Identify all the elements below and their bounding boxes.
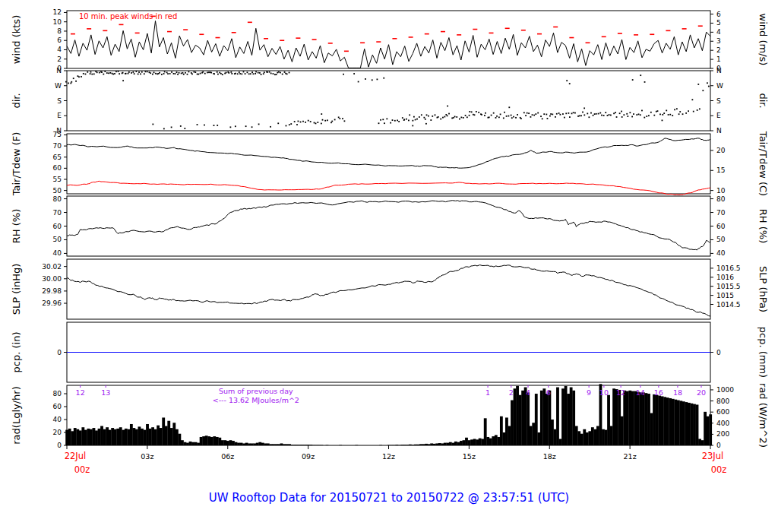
- rad-bar: [277, 444, 280, 445]
- rad-bar: [210, 437, 213, 445]
- ytick-right-wind: 4: [716, 28, 721, 36]
- dir-scatter-point: [253, 73, 255, 74]
- dir-scatter-point: [556, 113, 558, 115]
- ytick-left-dir: W: [55, 82, 62, 90]
- dir-scatter-point: [289, 124, 290, 125]
- rad-bar: [157, 426, 160, 445]
- mj-milestone-label: 13: [101, 388, 110, 397]
- dir-scatter-point: [182, 72, 184, 74]
- rad-bar: [304, 445, 307, 445]
- dir-scatter-point: [485, 112, 486, 114]
- rad-bar: [481, 439, 484, 445]
- dir-scatter-point: [282, 74, 283, 75]
- dir-scatter-point: [140, 73, 141, 74]
- rad-bar: [661, 396, 664, 445]
- end-date-label: 23Jul: [702, 451, 724, 461]
- ytick-right-tair: 15: [716, 166, 725, 174]
- dir-scatter-point: [155, 73, 157, 74]
- dir-scatter-point: [229, 126, 231, 128]
- dir-scatter-point: [230, 71, 232, 73]
- mj-milestone-label: 18: [673, 388, 682, 397]
- panel-rh: 40506070804050607080RH (%)RH (%): [11, 195, 769, 258]
- dir-scatter-point: [153, 71, 155, 73]
- dir-scatter-point: [334, 119, 336, 121]
- dir-scatter-point: [527, 112, 528, 114]
- dir-scatter-point: [599, 112, 601, 114]
- xtick-label: 18z: [543, 452, 556, 461]
- dir-scatter-point: [421, 114, 422, 116]
- dir-scatter-point: [423, 117, 425, 119]
- rad-bar: [542, 388, 546, 445]
- dir-scatter-point: [263, 73, 264, 74]
- ytick-right-rad: 800: [716, 397, 729, 405]
- rad-bar: [245, 443, 248, 445]
- rad-bar: [149, 429, 152, 445]
- mj-milestone-label: 4: [526, 388, 530, 397]
- rad-bar: [465, 438, 468, 445]
- ytick-right-dir: S: [716, 97, 721, 105]
- dir-scatter-point: [546, 114, 547, 116]
- dir-scatter-point: [640, 74, 641, 76]
- rad-bar: [114, 429, 117, 445]
- dir-scatter-point: [584, 114, 585, 116]
- dir-scatter-point: [511, 115, 512, 116]
- start-hour-label: 00z: [74, 464, 90, 475]
- ytick-left-slp: 29.98: [42, 287, 62, 295]
- ytick-left-tair: 50: [53, 187, 62, 195]
- dir-scatter-point: [451, 118, 453, 119]
- dir-scatter-point: [177, 74, 179, 75]
- dir-scatter-point: [338, 116, 340, 118]
- dir-scatter-point: [397, 119, 398, 121]
- mj-milestone-label: 16: [654, 388, 663, 397]
- ytick-right-slp: 1014.5: [716, 301, 741, 309]
- rad-bar: [291, 445, 294, 445]
- rad-bar: [444, 443, 447, 445]
- dir-scatter-point: [693, 111, 694, 112]
- dir-scatter-point: [377, 79, 378, 81]
- rad-bar: [428, 444, 431, 445]
- dir-scatter-point: [615, 112, 616, 113]
- dir-scatter-point: [679, 111, 681, 112]
- dir-scatter-point: [540, 116, 542, 117]
- dir-scatter-point: [159, 72, 160, 74]
- rad-bar: [672, 399, 675, 445]
- panel-border-rh: [67, 196, 710, 256]
- dir-scatter-point: [305, 122, 306, 123]
- dir-scatter-point: [125, 73, 127, 74]
- dir-scatter-point: [171, 71, 172, 73]
- rad-bar: [516, 386, 519, 445]
- dir-scatter-point: [525, 115, 527, 116]
- rad-bar: [309, 445, 312, 445]
- rad-bar: [235, 442, 238, 445]
- dir-scatter-point: [365, 78, 366, 80]
- dir-scatter-point: [258, 124, 260, 125]
- dir-scatter-point: [83, 73, 84, 74]
- dir-scatter-point: [699, 108, 701, 109]
- mj-milestone-label: 10: [599, 388, 609, 397]
- dir-scatter-point: [428, 116, 429, 117]
- dir-scatter-point: [180, 125, 182, 127]
- mj-milestone-label: 9: [587, 388, 591, 397]
- axis-title-right-pcp: pcp. (mm): [757, 327, 769, 378]
- x-axis: 03z06z09z12z15z18z21z22Jul00z23Jul00z: [65, 445, 727, 475]
- rad-bar: [302, 445, 305, 445]
- rad-bar: [191, 442, 194, 445]
- rad-bar: [502, 432, 505, 445]
- dir-scatter-point: [150, 72, 151, 74]
- dir-scatter-point: [573, 112, 574, 113]
- rad-bar: [144, 430, 147, 445]
- dir-scatter-point: [106, 72, 108, 74]
- ytick-left-rad: 40: [53, 416, 62, 423]
- dir-scatter-point: [188, 71, 190, 73]
- ytick-left-tair: 70: [53, 142, 62, 150]
- dir-scatter-point: [662, 119, 663, 121]
- ytick-right-wind: 6: [716, 11, 721, 18]
- dir-scatter-point: [138, 74, 139, 75]
- dir-scatter-point: [85, 74, 87, 75]
- dir-scatter-point: [90, 71, 92, 73]
- dir-scatter-point: [594, 113, 596, 115]
- rad-bar: [565, 386, 568, 445]
- dir-scatter-point: [496, 116, 498, 117]
- dir-scatter-point: [644, 81, 646, 83]
- dir-scatter-point: [685, 112, 687, 114]
